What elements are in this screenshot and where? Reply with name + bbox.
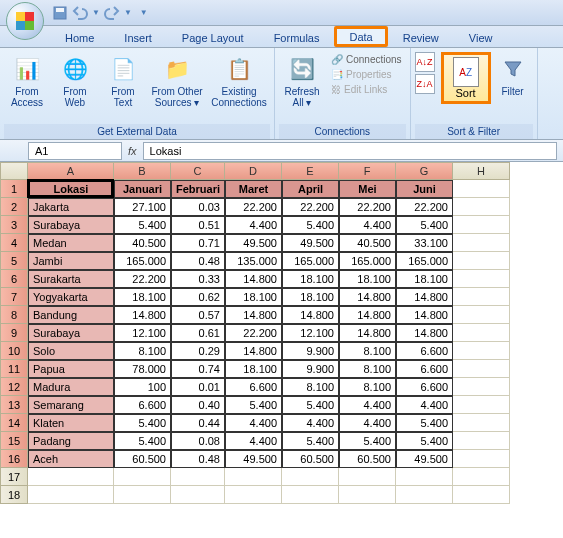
data-cell[interactable]: 0.48: [171, 252, 225, 270]
data-cell[interactable]: 14.800: [225, 270, 282, 288]
data-cell[interactable]: 60.500: [114, 450, 171, 468]
cell[interactable]: [114, 486, 171, 504]
cell[interactable]: [171, 486, 225, 504]
cell[interactable]: [453, 288, 510, 306]
cell[interactable]: [225, 468, 282, 486]
data-cell[interactable]: 14.800: [225, 306, 282, 324]
location-cell[interactable]: Solo: [28, 342, 114, 360]
row-header-13[interactable]: 13: [0, 396, 28, 414]
filter-button[interactable]: Filter: [493, 52, 533, 99]
data-cell[interactable]: 22.200: [282, 198, 339, 216]
data-cell[interactable]: 12.100: [114, 324, 171, 342]
data-cell[interactable]: 5.400: [396, 216, 453, 234]
cell[interactable]: [453, 252, 510, 270]
data-cell[interactable]: 5.400: [282, 396, 339, 414]
cell[interactable]: [28, 486, 114, 504]
refresh-all-button[interactable]: 🔄Refresh All ▾: [279, 52, 325, 110]
data-cell[interactable]: 6.600: [396, 378, 453, 396]
data-cell[interactable]: 18.100: [225, 360, 282, 378]
location-cell[interactable]: Surabaya: [28, 216, 114, 234]
data-cell[interactable]: 49.500: [396, 450, 453, 468]
cell[interactable]: [339, 468, 396, 486]
row-header-1[interactable]: 1: [0, 180, 28, 198]
data-cell[interactable]: 4.400: [225, 414, 282, 432]
cell[interactable]: [453, 396, 510, 414]
cell[interactable]: [28, 468, 114, 486]
fx-icon[interactable]: fx: [128, 145, 137, 157]
data-cell[interactable]: 5.400: [282, 432, 339, 450]
data-cell[interactable]: 165.000: [339, 252, 396, 270]
row-header-3[interactable]: 3: [0, 216, 28, 234]
location-cell[interactable]: Madura: [28, 378, 114, 396]
tab-page-layout[interactable]: Page Layout: [167, 27, 259, 47]
col-header-a[interactable]: A: [28, 162, 114, 180]
data-cell[interactable]: 4.400: [282, 414, 339, 432]
data-cell[interactable]: 4.400: [339, 216, 396, 234]
formula-bar[interactable]: Lokasi: [143, 142, 557, 160]
data-cell[interactable]: 8.100: [339, 342, 396, 360]
redo-dropdown-icon[interactable]: ▼: [124, 8, 132, 17]
data-cell[interactable]: 14.800: [339, 324, 396, 342]
location-cell[interactable]: Padang: [28, 432, 114, 450]
data-cell[interactable]: 6.600: [396, 342, 453, 360]
col-header-c[interactable]: C: [171, 162, 225, 180]
data-cell[interactable]: 12.100: [282, 324, 339, 342]
data-cell[interactable]: 8.100: [339, 378, 396, 396]
data-cell[interactable]: 5.400: [114, 216, 171, 234]
header-cell[interactable]: April: [282, 180, 339, 198]
row-header-7[interactable]: 7: [0, 288, 28, 306]
data-cell[interactable]: 6.600: [225, 378, 282, 396]
data-cell[interactable]: 5.400: [282, 216, 339, 234]
undo-dropdown-icon[interactable]: ▼: [92, 8, 100, 17]
data-cell[interactable]: 0.29: [171, 342, 225, 360]
data-cell[interactable]: 18.100: [225, 288, 282, 306]
data-cell[interactable]: 22.200: [225, 324, 282, 342]
location-cell[interactable]: Semarang: [28, 396, 114, 414]
cell[interactable]: [282, 486, 339, 504]
data-cell[interactable]: 0.33: [171, 270, 225, 288]
header-cell[interactable]: Lokasi: [28, 180, 114, 198]
data-cell[interactable]: 4.400: [339, 396, 396, 414]
data-cell[interactable]: 49.500: [225, 450, 282, 468]
data-cell[interactable]: 165.000: [396, 252, 453, 270]
cell[interactable]: [453, 198, 510, 216]
header-cell[interactable]: Februari: [171, 180, 225, 198]
cell[interactable]: [453, 450, 510, 468]
row-header-16[interactable]: 16: [0, 450, 28, 468]
data-cell[interactable]: 0.08: [171, 432, 225, 450]
existing-connections-button[interactable]: 📋Existing Connections: [208, 52, 270, 110]
row-header-18[interactable]: 18: [0, 486, 28, 504]
from-other-sources-button[interactable]: 📁From Other Sources ▾: [148, 52, 206, 110]
data-cell[interactable]: 14.800: [114, 306, 171, 324]
data-cell[interactable]: 14.800: [339, 306, 396, 324]
data-cell[interactable]: 14.800: [396, 324, 453, 342]
data-cell[interactable]: 0.62: [171, 288, 225, 306]
data-cell[interactable]: 9.900: [282, 360, 339, 378]
location-cell[interactable]: Medan: [28, 234, 114, 252]
cell[interactable]: [453, 414, 510, 432]
data-cell[interactable]: 22.200: [225, 198, 282, 216]
data-cell[interactable]: 40.500: [339, 234, 396, 252]
cell[interactable]: [453, 432, 510, 450]
data-cell[interactable]: 4.400: [225, 432, 282, 450]
tab-formulas[interactable]: Formulas: [259, 27, 335, 47]
data-cell[interactable]: 14.800: [225, 342, 282, 360]
redo-icon[interactable]: [104, 5, 120, 21]
data-cell[interactable]: 0.51: [171, 216, 225, 234]
data-cell[interactable]: 0.48: [171, 450, 225, 468]
row-header-4[interactable]: 4: [0, 234, 28, 252]
undo-icon[interactable]: [72, 5, 88, 21]
from-access-button[interactable]: 📊From Access: [4, 52, 50, 110]
cells[interactable]: LokasiJanuariFebruariMaretAprilMeiJuniJa…: [28, 180, 510, 504]
cell[interactable]: [453, 216, 510, 234]
header-cell[interactable]: Juni: [396, 180, 453, 198]
data-cell[interactable]: 27.100: [114, 198, 171, 216]
location-cell[interactable]: Papua: [28, 360, 114, 378]
cell[interactable]: [339, 486, 396, 504]
data-cell[interactable]: 0.03: [171, 198, 225, 216]
cell[interactable]: [453, 378, 510, 396]
location-cell[interactable]: Yogyakarta: [28, 288, 114, 306]
header-cell[interactable]: Maret: [225, 180, 282, 198]
data-cell[interactable]: 22.200: [396, 198, 453, 216]
data-cell[interactable]: 5.400: [396, 432, 453, 450]
